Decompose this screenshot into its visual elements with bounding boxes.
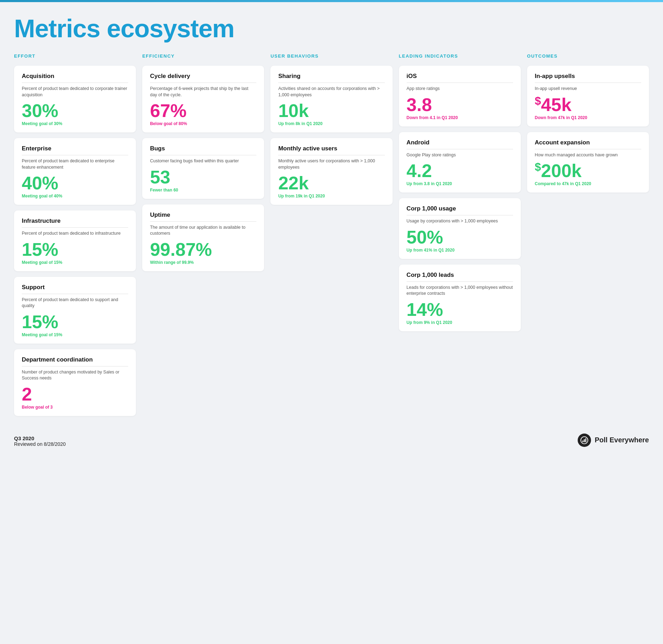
card-status: Below goal of 3 (22, 405, 128, 410)
card-status: Below goal of 80% (150, 121, 256, 126)
card-value: 22k (278, 174, 385, 192)
card-title: Department coordination (22, 356, 128, 363)
card-title: Sharing (278, 73, 385, 80)
card-4-1: Account expansionHow much managed accoun… (527, 132, 649, 193)
column-1: EFFICIENCYCycle deliveryPercentage of 6-… (142, 53, 264, 271)
card-value: 4.2 (407, 162, 513, 180)
column-2: USER BEHAVIORSSharingActivities shared o… (270, 53, 392, 205)
card-title: Enterprise (22, 145, 128, 152)
columns-container: EFFORTAcquisitionPercent of product team… (14, 53, 649, 416)
card-value: $45k (535, 96, 641, 114)
card-desc: The amount of time our application is av… (150, 225, 256, 237)
card-desc: Percent of product team dedicated to inf… (22, 230, 128, 237)
column-4: OUTCOMESIn-app upsellsIn-app upsell reve… (527, 53, 649, 193)
card-value: 67% (150, 102, 256, 120)
card-divider (22, 366, 128, 366)
card-3-0: iOSApp store ratings3.8Down from 4.1 in … (399, 66, 521, 126)
card-divider (407, 83, 513, 83)
column-header-4: OUTCOMES (527, 53, 649, 59)
card-title: Infrastructure (22, 217, 128, 225)
card-divider (278, 155, 385, 155)
card-desc: Percent of product team dedicated to ent… (22, 158, 128, 170)
card-value: 2 (22, 385, 128, 403)
card-divider (150, 83, 256, 83)
card-2-1: Monthly active usersMonthly active users… (270, 138, 392, 205)
card-desc: Google Play store ratings (407, 152, 513, 158)
brand-name: Poll Everywhere (595, 436, 649, 444)
column-3: LEADING INDICATORSiOSApp store ratings3.… (399, 53, 521, 331)
card-4-0: In-app upsellsIn-app upsell revenue$45kD… (527, 66, 649, 126)
card-value: 14% (407, 300, 513, 319)
card-status: Up from 19k in Q1 2020 (278, 194, 385, 199)
card-divider (407, 149, 513, 149)
card-value: 15% (22, 313, 128, 331)
card-0-4: Department coordinationNumber of product… (14, 349, 136, 416)
top-bar (0, 0, 663, 2)
card-value: 3.8 (407, 96, 513, 114)
card-status: Down from 47k in Q1 2020 (535, 115, 641, 120)
card-1-2: UptimeThe amount of time our application… (142, 204, 264, 271)
card-value: $200k (535, 162, 641, 180)
card-title: Corp 1,000 usage (407, 205, 513, 212)
card-status: Meeting goal of 40% (22, 194, 128, 199)
card-status: Meeting goal of 15% (22, 332, 128, 337)
card-title: Uptime (150, 212, 256, 219)
card-title: Monthly active users (278, 145, 385, 152)
card-status: Up from 8k in Q1 2020 (278, 121, 385, 126)
card-status: Within range of 99.9% (150, 260, 256, 265)
card-title: Support (22, 284, 128, 291)
card-divider (22, 227, 128, 228)
card-desc: Customer facing bugs fixed within this q… (150, 158, 256, 164)
card-value: 40% (22, 174, 128, 192)
card-status: Down from 4.1 in Q1 2020 (407, 115, 513, 120)
card-desc: Percent of product team dedicated to cor… (22, 86, 128, 98)
column-header-0: EFFORT (14, 53, 136, 59)
card-value: 99.87% (150, 240, 256, 259)
card-0-0: AcquisitionPercent of product team dedic… (14, 66, 136, 132)
card-divider (278, 83, 385, 83)
card-value: 10k (278, 102, 385, 120)
card-desc: Leads for corporations with > 1,000 empl… (407, 285, 513, 297)
card-status: Up from 3.8 in Q1 2020 (407, 181, 513, 186)
column-header-3: LEADING INDICATORS (399, 53, 521, 59)
card-desc: Usage by corporations with > 1,000 emplo… (407, 218, 513, 225)
poll-icon (578, 434, 591, 447)
card-title: In-app upsells (535, 73, 641, 80)
card-status: Meeting goal of 15% (22, 260, 128, 265)
card-desc: Activities shared on accounts for corpor… (278, 86, 385, 98)
card-value: 53 (150, 168, 256, 186)
page-title: Metrics ecosystem (14, 14, 649, 43)
card-0-2: InfrastructurePercent of product team de… (14, 210, 136, 271)
card-title: Acquisition (22, 73, 128, 80)
card-1-0: Cycle deliveryPercentage of 6-week proje… (142, 66, 264, 132)
card-value: 15% (22, 240, 128, 259)
card-divider (22, 155, 128, 155)
card-value: 30% (22, 102, 128, 120)
card-desc: Percent of product team dedicated to sup… (22, 297, 128, 309)
card-title: Account expansion (535, 139, 641, 146)
card-status: Up from 41% in Q1 2020 (407, 248, 513, 253)
poll-logo: Poll Everywhere (578, 434, 649, 447)
card-status: Up from 9% in Q1 2020 (407, 320, 513, 325)
quarter-label: Q3 2020 (14, 435, 66, 441)
card-2-0: SharingActivities shared on accounts for… (270, 66, 392, 132)
card-status: Meeting goal of 30% (22, 121, 128, 126)
card-title: Android (407, 139, 513, 146)
card-0-3: SupportPercent of product team dedicated… (14, 277, 136, 344)
svg-rect-2 (584, 439, 585, 442)
card-title: Bugs (150, 145, 256, 152)
card-1-1: BugsCustomer facing bugs fixed within th… (142, 138, 264, 199)
card-divider (535, 149, 641, 149)
card-3-3: Corp 1,000 leadsLeads for corporations w… (399, 265, 521, 331)
card-divider (22, 83, 128, 83)
svg-rect-3 (585, 438, 586, 442)
column-0: EFFORTAcquisitionPercent of product team… (14, 53, 136, 416)
card-divider (407, 215, 513, 215)
svg-rect-1 (583, 440, 584, 442)
card-status: Compared to 47k in Q1 2020 (535, 181, 641, 186)
card-status: Fewer than 60 (150, 188, 256, 193)
card-3-2: Corp 1,000 usageUsage by corporations wi… (399, 198, 521, 259)
card-desc: App store ratings (407, 86, 513, 92)
card-desc: Monthly active users for corporations wi… (278, 158, 385, 170)
card-divider (407, 281, 513, 282)
